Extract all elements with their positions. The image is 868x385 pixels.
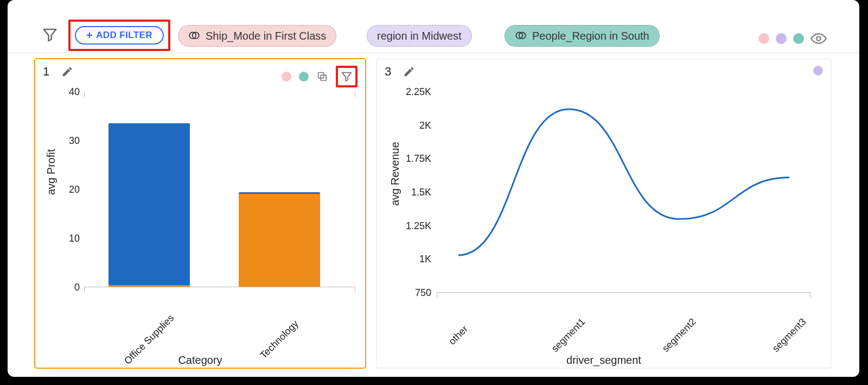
panel-dot-teal[interactable] <box>299 72 309 81</box>
filter-chip-label: region in Midwest <box>377 30 462 42</box>
edit-icon[interactable] <box>403 66 415 78</box>
venn-icon <box>188 30 200 42</box>
y-tick-label: 1K <box>401 254 431 265</box>
panel-index: 1 <box>43 65 49 79</box>
venn-icon <box>515 30 527 42</box>
panel-dot-purple[interactable] <box>813 66 823 75</box>
filter-chip-region[interactable]: region in Midwest <box>367 25 472 47</box>
edit-icon[interactable] <box>61 66 73 78</box>
legend-dot-purple[interactable] <box>776 33 787 44</box>
y-tick-label: 1.25K <box>401 220 431 231</box>
y-tick-label: 2K <box>401 119 431 131</box>
filter-icon[interactable] <box>341 71 353 83</box>
axis-tick-frame <box>84 287 355 292</box>
y-tick-label: 1.5K <box>401 187 431 198</box>
panel-dot-pink[interactable] <box>282 72 291 81</box>
line-path <box>437 92 811 293</box>
filter-chip-label: Ship_Mode in First Class <box>206 30 326 42</box>
y-tick-label: 20 <box>62 184 80 195</box>
panel-filter-highlight <box>336 66 358 87</box>
copy-icon[interactable] <box>316 71 328 83</box>
panel-header: 1 <box>43 65 73 79</box>
y-tick-label: 30 <box>62 135 80 147</box>
y-tick-label: 10 <box>62 233 80 244</box>
filter-chip-shipmode[interactable]: Ship_Mode in First Class <box>178 25 336 47</box>
y-tick-label: 40 <box>62 86 80 98</box>
line-chart: avg Revenue 7501K1.25K1.5K1.75K2K2.25Kot… <box>388 86 820 357</box>
svg-point-4 <box>816 36 821 41</box>
panel-index: 3 <box>385 65 391 79</box>
add-filter-button[interactable]: + ADD FILTER <box>75 26 164 45</box>
page: + ADD FILTER Ship_Mode in First Class re… <box>8 0 859 377</box>
filter-chip-peopleregion[interactable]: People_Region in South <box>505 25 660 47</box>
y-tick-label: 2.25K <box>401 86 431 98</box>
add-filter-label: ADD FILTER <box>96 30 152 41</box>
bar <box>108 123 190 287</box>
bar-chart: avg Profit 010203040Office SuppliesTechn… <box>46 86 354 357</box>
x-axis-label: Category <box>46 354 354 367</box>
legend-dots <box>758 30 827 47</box>
axis-tick-frame <box>437 292 811 298</box>
axis-tick-frame <box>84 92 355 97</box>
bar <box>239 192 320 287</box>
x-axis-label: driver_segment <box>388 354 820 367</box>
y-tick-label: 0 <box>62 282 80 293</box>
y-axis-label: avg Revenue <box>389 142 401 206</box>
filter-icon[interactable] <box>40 25 60 45</box>
panel-header: 3 <box>385 65 415 79</box>
filter-chip-label: People_Region in South <box>532 30 649 42</box>
plot-area: 010203040Office SuppliesTechnology <box>84 92 355 287</box>
legend-dot-pink[interactable] <box>758 33 769 44</box>
plot-area: 7501K1.25K1.5K1.75K2K2.25Kothersegment1s… <box>437 92 811 293</box>
panel-controls <box>813 66 823 75</box>
y-axis-label: avg Profit <box>45 149 58 195</box>
panel-controls <box>282 66 358 87</box>
chart-panel-3[interactable]: 3 avg Revenue 7501K1.25K1.5K1.75K2K2.25K… <box>376 59 831 368</box>
filter-toolbar: + ADD FILTER Ship_Mode in First Class re… <box>8 10 859 53</box>
legend-dot-teal[interactable] <box>793 33 804 44</box>
chart-panel-1[interactable]: 1 avg Profit 010203040Office SuppliesTe <box>35 59 366 368</box>
eye-icon[interactable] <box>810 30 827 47</box>
add-filter-highlight: + ADD FILTER <box>68 20 170 51</box>
y-tick-label: 1.75K <box>401 153 431 165</box>
plus-icon: + <box>86 30 93 41</box>
y-tick-label: 750 <box>401 287 431 299</box>
